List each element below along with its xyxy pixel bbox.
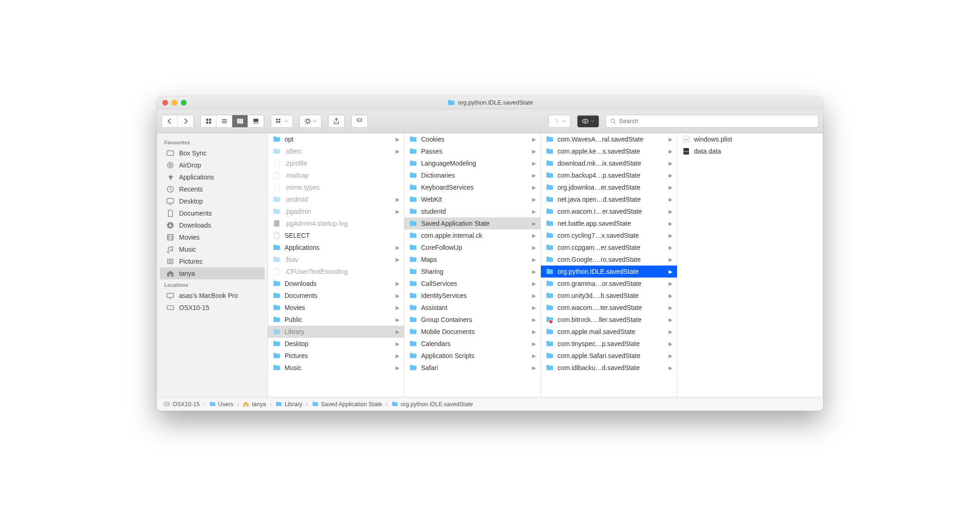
path-segment[interactable]: org.python.IDLE.savedState	[391, 401, 473, 408]
tags-button[interactable]	[352, 115, 367, 127]
file-row[interactable]: Saved Application State▶	[404, 217, 540, 229]
sidebar-item[interactable]: Desktop	[160, 195, 265, 207]
browser-column[interactable]: opt▶.idlerc▶.zprofile.mailcap.mime.types…	[268, 133, 404, 397]
browser-column[interactable]: windows.plistdata.data	[677, 133, 823, 397]
file-row[interactable]: com.backup4…p.savedState▶	[541, 169, 677, 181]
file-row[interactable]: Passes▶	[404, 145, 540, 157]
visibility-button[interactable]	[577, 115, 599, 127]
sidebar-item[interactable]: Movies	[160, 231, 265, 243]
file-row[interactable]: download.mk…ix.savedState▶	[541, 157, 677, 169]
file-row[interactable]: Cookies▶	[404, 133, 540, 145]
file-row[interactable]: .android▶	[268, 193, 404, 205]
sidebar-item[interactable]: asas's MacBook Pro	[160, 290, 265, 302]
file-row[interactable]: .mailcap	[268, 169, 404, 181]
file-row[interactable]: Public▶	[268, 314, 404, 326]
minimize-window-button[interactable]	[172, 100, 177, 105]
search-field[interactable]	[606, 115, 819, 128]
file-row[interactable]: .idlerc▶	[268, 145, 404, 157]
path-segment[interactable]: Users	[209, 401, 234, 408]
path-segment[interactable]: Saved Application State	[312, 401, 382, 408]
file-row[interactable]: LanguageModeling▶	[404, 157, 540, 169]
file-row[interactable]: Library▶	[268, 326, 404, 338]
file-row[interactable]: com.gramma…or.savedState▶	[541, 278, 677, 290]
sidebar-item[interactable]: Box Sync	[160, 147, 265, 159]
path-segment[interactable]: Library	[275, 401, 302, 408]
file-row[interactable]: Music▶	[268, 362, 404, 374]
sidebar-item[interactable]: tanya	[160, 267, 265, 279]
file-row[interactable]: com.wacom.…ter.savedState▶	[541, 302, 677, 314]
file-row[interactable]: com.ccpgam…er.savedState▶	[541, 241, 677, 254]
file-row[interactable]: com.Google.…ro.savedState▶	[541, 254, 677, 266]
arrange-button[interactable]	[271, 115, 292, 127]
file-row[interactable]: .pgadmin▶	[268, 205, 404, 217]
file-row[interactable]: Mobile Documents▶	[404, 326, 540, 338]
back-button[interactable]	[162, 115, 178, 127]
sidebar-item[interactable]: Pictures	[160, 255, 265, 267]
file-row[interactable]: org.jdownloa…er.savedState▶	[541, 181, 677, 193]
file-row[interactable]: windows.plist	[677, 133, 823, 145]
file-row[interactable]: studentd▶	[404, 205, 540, 217]
sidebar-item[interactable]: Music	[160, 243, 265, 255]
file-row[interactable]: com.apple.ke…s.savedState▶	[541, 145, 677, 157]
file-row[interactable]: Dictionaries▶	[404, 169, 540, 181]
file-row[interactable]: WebKit▶	[404, 193, 540, 205]
file-row[interactable]: Documents▶	[268, 290, 404, 302]
action-button[interactable]	[300, 115, 321, 127]
file-row[interactable]: Pictures▶	[268, 350, 404, 362]
close-window-button[interactable]	[162, 100, 168, 105]
file-row[interactable]: Sharing▶	[404, 266, 540, 278]
sidebar-item[interactable]: Documents	[160, 207, 265, 219]
file-row[interactable]: Calendars▶	[404, 338, 540, 350]
file-row[interactable]: com.apple.internal.ck▶	[404, 229, 540, 241]
share-button[interactable]	[329, 115, 344, 127]
zoom-window-button[interactable]	[181, 100, 186, 105]
icon-view-button[interactable]	[201, 115, 217, 127]
list-view-button[interactable]	[217, 115, 232, 127]
file-row[interactable]: CallServices▶	[404, 278, 540, 290]
file-row[interactable]: net.java.open…d.savedState▶	[541, 193, 677, 205]
file-row[interactable]: .zprofile	[268, 157, 404, 169]
sidebar-item[interactable]: Recents	[160, 183, 265, 195]
path-segment[interactable]: tanya	[242, 401, 266, 408]
file-row[interactable]: com.wacom.I…er.savedState▶	[541, 205, 677, 217]
file-row[interactable]: data.data	[677, 145, 823, 157]
file-row[interactable]: .fsav▶	[268, 254, 404, 266]
file-row[interactable]: com.cycling7…x.savedState▶	[541, 229, 677, 241]
dropbox-button[interactable]: ?	[549, 115, 570, 127]
file-row[interactable]: com.bitrock.…ller.savedState▶	[541, 314, 677, 326]
sidebar-item[interactable]: Applications	[160, 171, 265, 183]
file-row[interactable]: com.apple.mail.savedState▶	[541, 326, 677, 338]
search-input[interactable]	[619, 117, 814, 124]
column-view-button[interactable]	[232, 115, 248, 127]
file-row[interactable]: Desktop▶	[268, 338, 404, 350]
file-row[interactable]: com.unity3d.…b.savedState▶	[541, 290, 677, 302]
file-row[interactable]: SELECT	[268, 229, 404, 241]
file-row[interactable]: com.idibacku…d.savedState▶	[541, 362, 677, 374]
sidebar-item[interactable]: AirDrop	[160, 159, 265, 171]
browser-column[interactable]: com.WavesA…ral.savedState▶com.apple.ke…s…	[541, 133, 677, 397]
file-row[interactable]: Group Containers▶	[404, 314, 540, 326]
file-row[interactable]: com.WavesA…ral.savedState▶	[541, 133, 677, 145]
file-row[interactable]: Applications▶	[268, 241, 404, 254]
file-row[interactable]: KeyboardServices▶	[404, 181, 540, 193]
browser-column[interactable]: Cookies▶Passes▶LanguageModeling▶Dictiona…	[404, 133, 541, 397]
path-segment[interactable]: OSX10-15	[163, 401, 199, 408]
file-row[interactable]: Application Scripts▶	[404, 350, 540, 362]
file-row[interactable]: IdentityServices▶	[404, 290, 540, 302]
file-row[interactable]: .CFUserTextEncoding	[268, 266, 404, 278]
file-row[interactable]: Assistant▶	[404, 302, 540, 314]
sidebar-item[interactable]: Downloads	[160, 219, 265, 231]
forward-button[interactable]	[178, 115, 193, 127]
file-row[interactable]: net.battle.app.savedState▶	[541, 217, 677, 229]
file-row[interactable]: com.tinyspec…p.savedState▶	[541, 338, 677, 350]
file-row[interactable]: CoreFollowUp▶	[404, 241, 540, 254]
file-row[interactable]: Maps▶	[404, 254, 540, 266]
file-row[interactable]: .pgAdmin4.startup.log	[268, 217, 404, 229]
file-row[interactable]: Safari▶	[404, 362, 540, 374]
gallery-view-button[interactable]	[248, 115, 264, 127]
file-row[interactable]: Downloads▶	[268, 278, 404, 290]
sidebar-item[interactable]: OSX10-15	[160, 302, 265, 314]
file-row[interactable]: opt▶	[268, 133, 404, 145]
file-row[interactable]: Movies▶	[268, 302, 404, 314]
file-row[interactable]: .mime.types	[268, 181, 404, 193]
